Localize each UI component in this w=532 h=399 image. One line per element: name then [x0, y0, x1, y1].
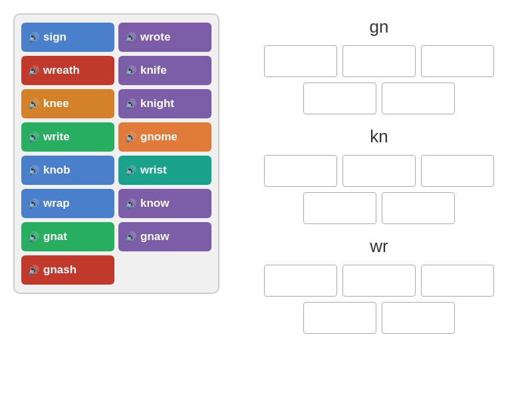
- word-btn-knob[interactable]: 🔊knob: [21, 156, 114, 185]
- drop-box-gn-1-1[interactable]: [382, 82, 455, 114]
- drop-row-kn-0: [264, 155, 494, 187]
- speaker-icon: 🔊: [28, 165, 39, 176]
- word-label-wrist: wrist: [140, 164, 167, 177]
- drop-box-kn-0-2[interactable]: [421, 155, 494, 187]
- speaker-icon: 🔊: [125, 198, 136, 209]
- word-btn-wrote[interactable]: 🔊wrote: [118, 23, 211, 52]
- drop-box-gn-0-2[interactable]: [421, 45, 494, 77]
- speaker-icon: 🔊: [125, 65, 136, 76]
- drop-row-wr-0: [264, 265, 494, 297]
- speaker-icon: 🔊: [28, 198, 39, 209]
- word-btn-gnome[interactable]: 🔊gnome: [118, 122, 211, 152]
- sort-panel: gnknwr: [239, 13, 519, 334]
- word-label-knife: knife: [140, 64, 167, 77]
- drop-box-wr-1-1[interactable]: [382, 302, 455, 334]
- word-btn-gnat[interactable]: 🔊gnat: [21, 222, 114, 251]
- word-label-wrap: wrap: [43, 197, 70, 210]
- word-btn-know[interactable]: 🔊know: [118, 189, 211, 218]
- word-btn-write[interactable]: 🔊write: [21, 122, 114, 152]
- category-wr: wr: [239, 236, 519, 334]
- word-label-sign: sign: [43, 31, 66, 44]
- speaker-icon: 🔊: [28, 231, 39, 242]
- word-btn-wrap[interactable]: 🔊wrap: [21, 189, 114, 218]
- speaker-icon: 🔊: [125, 98, 136, 109]
- speaker-icon: 🔊: [28, 32, 39, 43]
- word-btn-wrist[interactable]: 🔊wrist: [118, 156, 211, 185]
- word-label-knee: knee: [43, 97, 69, 110]
- category-kn: kn: [239, 126, 519, 224]
- word-btn-gnash[interactable]: 🔊gnash: [21, 255, 114, 285]
- drop-box-kn-0-1[interactable]: [342, 155, 416, 187]
- speaker-icon: 🔊: [125, 132, 136, 142]
- drop-row-gn-0: [264, 45, 494, 77]
- drop-box-gn-0-0[interactable]: [264, 45, 337, 77]
- word-panel: 🔊sign🔊wrote🔊wreath🔊knife🔊knee🔊knight🔊wri…: [13, 13, 219, 294]
- speaker-icon: 🔊: [125, 231, 136, 242]
- word-btn-wreath[interactable]: 🔊wreath: [21, 56, 114, 85]
- category-label-wr: wr: [370, 236, 388, 257]
- word-btn-knife[interactable]: 🔊knife: [118, 56, 211, 85]
- speaker-icon: 🔊: [125, 165, 136, 176]
- word-btn-gnaw[interactable]: 🔊gnaw: [118, 222, 211, 251]
- word-label-gnome: gnome: [140, 130, 178, 144]
- word-label-knight: knight: [140, 97, 174, 110]
- category-gn: gn: [239, 17, 519, 114]
- drop-box-kn-1-0[interactable]: [303, 192, 376, 224]
- word-label-know: know: [140, 197, 169, 210]
- drop-box-kn-1-1[interactable]: [382, 192, 455, 224]
- speaker-icon: 🔊: [28, 132, 39, 142]
- word-label-wreath: wreath: [43, 64, 80, 77]
- word-label-gnat: gnat: [43, 230, 67, 243]
- word-label-wrote: wrote: [140, 31, 170, 44]
- drop-row-gn-1: [303, 82, 455, 114]
- word-label-gnash: gnash: [43, 263, 76, 277]
- drop-box-gn-0-1[interactable]: [342, 45, 416, 77]
- drop-box-wr-1-0[interactable]: [303, 302, 376, 334]
- word-btn-sign[interactable]: 🔊sign: [21, 23, 114, 52]
- drop-box-wr-0-0[interactable]: [264, 265, 337, 297]
- drop-row-kn-1: [303, 192, 455, 224]
- drop-box-wr-0-1[interactable]: [342, 265, 416, 297]
- drop-box-wr-0-2[interactable]: [421, 265, 494, 297]
- drop-box-kn-0-0[interactable]: [264, 155, 337, 187]
- word-btn-knight[interactable]: 🔊knight: [118, 89, 211, 118]
- category-label-gn: gn: [370, 17, 389, 37]
- speaker-icon: 🔊: [28, 98, 39, 109]
- word-label-gnaw: gnaw: [140, 230, 169, 243]
- category-label-kn: kn: [370, 126, 388, 147]
- word-label-write: write: [43, 130, 70, 144]
- speaker-icon: 🔊: [28, 265, 39, 275]
- drop-row-wr-1: [303, 302, 455, 334]
- speaker-icon: 🔊: [125, 32, 136, 43]
- word-btn-knee[interactable]: 🔊knee: [21, 89, 114, 118]
- drop-box-gn-1-0[interactable]: [303, 82, 376, 114]
- speaker-icon: 🔊: [28, 65, 39, 76]
- word-label-knob: knob: [43, 164, 70, 177]
